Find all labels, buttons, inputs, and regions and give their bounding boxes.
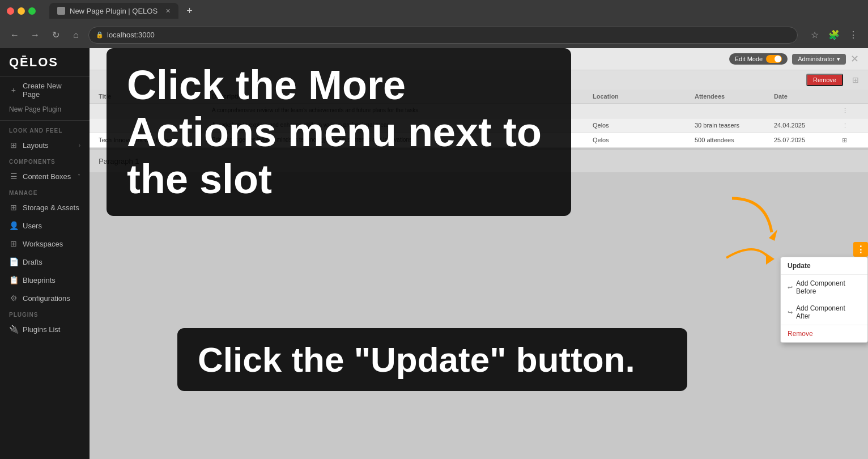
storage-icon: ⊞ — [9, 203, 18, 212]
sidebar-item-storage[interactable]: ⊞ Storage & Assets — [0, 198, 90, 216]
sidebar-item-workspaces[interactable]: ⊞ Workspaces — [0, 235, 90, 253]
toggle-knob — [775, 56, 781, 62]
browser-actions: ☆ 🧩 ⋮ — [807, 27, 861, 43]
sidebar: QĒLOS + Create New Page New Page Plugin … — [0, 48, 90, 459]
users-icon: 👤 — [9, 221, 18, 230]
context-menu-update[interactable]: Update — [781, 257, 867, 274]
refresh-button[interactable]: ↻ — [48, 27, 63, 43]
minimize-button[interactable] — [18, 7, 25, 15]
col-location: Location — [593, 93, 695, 100]
cell-attendees: 30 brain teasers — [695, 122, 774, 129]
extensions-icon[interactable]: 🧩 — [826, 27, 842, 43]
workspaces-label: Workspaces — [23, 240, 63, 248]
components-header: COMPONENTS — [0, 154, 90, 167]
home-button[interactable]: ⌂ — [68, 27, 84, 43]
users-label: Users — [23, 222, 42, 230]
main-content: Edit Mode Administrator ▾ ✕ Remove ⊞ Tit… — [90, 48, 868, 459]
plugins-list-label: Plugins List — [23, 325, 60, 334]
create-new-page-button[interactable]: + Create New Page — [0, 77, 90, 103]
sidebar-item-configurations[interactable]: ⚙ Configurations — [0, 289, 90, 307]
sidebar-item-blueprints[interactable]: 📋 Blueprints — [0, 271, 90, 289]
chevron-right-icon: › — [79, 142, 80, 148]
sidebar-item-layouts[interactable]: ⊞ Layouts › — [0, 136, 90, 154]
cell-action-icon[interactable]: ⋮ — [842, 122, 859, 129]
look-and-feel-header: LOOK AND FEEL — [0, 123, 90, 136]
sidebar-item-users[interactable]: 👤 Users — [0, 216, 90, 235]
cell-location — [593, 107, 695, 114]
col-actions — [842, 93, 859, 100]
cell-date: 24.04.2025 — [774, 122, 842, 129]
plugin-name: New Page Plugin — [0, 103, 90, 118]
plugins-icon: 🔌 — [9, 325, 18, 334]
storage-label: Storage & Assets — [23, 203, 79, 212]
new-tab-button[interactable]: + — [186, 5, 193, 17]
browser-titlebar: New Page Plugin | QELOS ✕ + — [0, 0, 868, 22]
address-bar[interactable]: 🔒 localhost:3000 — [88, 27, 798, 44]
url-text: localhost:3000 — [107, 31, 155, 39]
manage-header: MANAGE — [0, 185, 90, 198]
content-boxes-icon: ☰ — [9, 172, 18, 181]
tab-favicon — [57, 7, 65, 15]
sidebar-item-content-boxes[interactable]: ☰ Content Boxes ˅ — [0, 167, 90, 185]
cell-action-icon[interactable]: ⋮ — [842, 107, 859, 114]
context-menu-remove[interactable]: Remove — [781, 325, 867, 342]
administrator-button[interactable]: Administrator ▾ — [792, 54, 846, 65]
cell-action-icon[interactable]: ⊞ — [842, 137, 859, 144]
overlay-text-1: Click the More Actions menu next to the … — [127, 62, 551, 202]
content-boxes-label: Content Boxes — [23, 172, 71, 181]
svg-marker-1 — [766, 253, 775, 265]
forward-button[interactable]: → — [27, 27, 43, 43]
app-layout: QĒLOS + Create New Page New Page Plugin … — [0, 48, 868, 459]
chevron-down-icon: ▾ — [837, 56, 840, 63]
lock-icon: 🔒 — [96, 31, 104, 39]
add-before-icon: ↩ — [788, 284, 793, 291]
col-date: Date — [774, 93, 842, 100]
col-attendees: Attendees — [695, 93, 774, 100]
back-button[interactable]: ← — [7, 27, 23, 43]
update-label: Update — [788, 262, 811, 270]
configurations-label: Configurations — [23, 294, 70, 303]
browser-tab[interactable]: New Page Plugin | QELOS ✕ — [49, 3, 178, 19]
close-button[interactable] — [7, 7, 14, 15]
tab-title: New Page Plugin | QELOS — [70, 7, 158, 15]
add-before-label: Add Component Before — [796, 279, 861, 295]
plus-icon: + — [9, 86, 18, 95]
more-actions-icon: ⋮ — [856, 244, 865, 255]
options-icon[interactable]: ⊞ — [852, 75, 859, 84]
sidebar-item-drafts[interactable]: 📄 Drafts — [0, 253, 90, 271]
overlay-text-2-box: Click the "Update" button. — [177, 328, 687, 391]
sidebar-divider — [0, 120, 90, 121]
cell-attendees: 500 attendees — [695, 137, 774, 144]
drafts-icon: 📄 — [9, 257, 18, 266]
blueprints-icon: 📋 — [9, 275, 18, 284]
workspaces-icon: ⊞ — [9, 239, 18, 248]
close-panel-icon[interactable]: ✕ — [850, 53, 859, 65]
plugins-header: PLUGINS — [0, 307, 90, 320]
context-menu: Update ↩ Add Component Before ↪ Add Comp… — [780, 257, 868, 343]
browser-toolbar: ← → ↻ ⌂ 🔒 localhost:3000 ☆ 🧩 ⋮ — [0, 22, 868, 48]
layouts-label: Layouts — [23, 141, 49, 150]
blueprints-label: Blueprints — [23, 276, 56, 284]
edit-mode-toggle[interactable]: Edit Mode — [729, 53, 788, 65]
toggle-switch[interactable] — [766, 55, 782, 63]
star-icon[interactable]: ☆ — [807, 27, 823, 43]
context-menu-add-before[interactable]: ↩ Add Component Before — [781, 275, 867, 300]
maximize-button[interactable] — [28, 7, 36, 15]
traffic-lights — [7, 7, 36, 15]
context-menu-add-after[interactable]: ↪ Add Component After — [781, 300, 867, 325]
tab-close-icon[interactable]: ✕ — [165, 7, 171, 15]
more-actions-button[interactable]: ⋮ — [853, 242, 868, 257]
add-after-icon: ↪ — [788, 309, 793, 316]
browser-chrome: New Page Plugin | QELOS ✕ + ← → ↻ ⌂ 🔒 lo… — [0, 0, 868, 48]
remove-button[interactable]: Remove — [806, 74, 843, 86]
sidebar-item-plugins-list[interactable]: 🔌 Plugins List — [0, 320, 90, 338]
logo-text: QĒLOS — [9, 55, 58, 69]
cell-date: 25.07.2025 — [774, 137, 842, 144]
overlay-text-2: Click the "Update" button. — [198, 339, 667, 380]
cell-date — [774, 107, 842, 114]
menu-icon[interactable]: ⋮ — [845, 27, 861, 43]
curved-arrow-annotation — [721, 235, 777, 283]
remove-label: Remove — [788, 330, 813, 338]
configurations-icon: ⚙ — [9, 294, 18, 303]
edit-mode-label: Edit Mode — [735, 56, 763, 62]
